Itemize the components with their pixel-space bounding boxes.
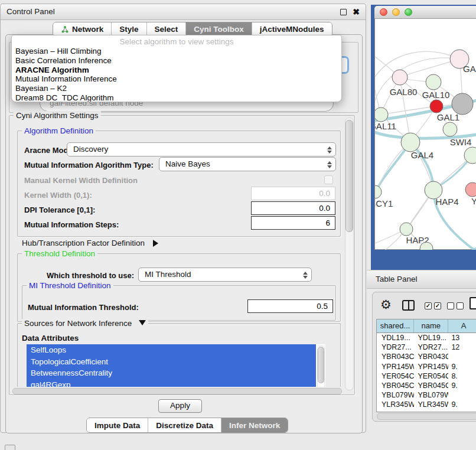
which-threshold-value: MI Threshold <box>145 270 191 279</box>
attributes-scrollbar-thumb[interactable] <box>318 347 324 383</box>
table-row[interactable]: YDR27...YDR27...12 <box>377 343 476 352</box>
aracne-mode-value: Discovery <box>73 145 108 154</box>
table-hscrollbar[interactable] <box>377 413 476 420</box>
mi-steps-field[interactable]: 6 <box>251 216 335 230</box>
attribute-item-topologicalcoefficient[interactable]: TopologicalCoefficient <box>27 356 316 368</box>
table-cell: YBL079W <box>414 390 448 400</box>
hub-definition-toggle[interactable]: Hub/Transcription Factor Definition <box>22 239 158 247</box>
table-cell: YIL052C <box>377 410 414 413</box>
network-node-gal1[interactable] <box>430 100 443 113</box>
table-row[interactable]: YER054CYER054C8. <box>377 371 476 381</box>
data-attributes-label: Data Attributes <box>22 334 79 343</box>
dropdown-item-basic-correlation-inference[interactable]: Basic Correlation Inference <box>12 56 341 66</box>
network-node-swi4[interactable] <box>443 122 457 136</box>
table-row[interactable]: YPR145WYPR145W9. <box>377 362 476 371</box>
table-cell: YPR145W <box>377 362 414 371</box>
table-row[interactable]: YBR045CYBR045C9. <box>377 381 476 390</box>
table-cell: YER054C <box>377 371 414 381</box>
minimized-window-icon[interactable] <box>5 445 15 450</box>
zoom-traffic-light-icon[interactable] <box>405 8 412 16</box>
tab-label: Style <box>119 25 138 34</box>
deselect-checkbox-1-icon[interactable] <box>447 302 454 309</box>
node-label-gal80: GAL80 <box>390 87 418 97</box>
sources-toggle[interactable]: Sources for Network Inference <box>22 319 148 328</box>
mi-threshold-field[interactable]: 0.5 <box>247 299 333 313</box>
table-cell: YLR345W <box>377 400 414 409</box>
tab-label: Select <box>155 25 178 34</box>
sources-label: Sources for Network Inference <box>24 319 132 328</box>
tab-impute-data[interactable]: Impute Data <box>87 418 148 432</box>
attribute-item-selfloops[interactable]: SelfLoops <box>27 344 316 356</box>
dropdown-item-mutual-information-inference[interactable]: Mutual Information Inference <box>12 74 341 84</box>
dpi-tolerance-field[interactable]: 0.0 <box>251 201 335 215</box>
select-all-checkbox-1-icon[interactable]: ✓ <box>425 302 432 309</box>
table-row[interactable]: YLR345WYLR345W9. <box>377 400 476 409</box>
deselect-checkbox-2-icon[interactable] <box>457 302 464 309</box>
table-cell: YDR27... <box>414 343 448 352</box>
node-table[interactable]: shared...nameA YDL19...YDL19...13YDR27..… <box>376 319 476 412</box>
tab-cyni-toolbox[interactable]: Cyni Toolbox <box>186 22 252 36</box>
node-label-swi4: SWI4 <box>450 137 472 147</box>
column-header-shared-[interactable]: shared... <box>377 319 414 332</box>
table-row[interactable]: YBR043CYBR043C <box>377 352 476 361</box>
tab-select[interactable]: Select <box>147 22 187 36</box>
dpi-tolerance-label: DPI Tolerance [0,1]: <box>24 206 95 214</box>
dropdown-placeholder: Select algorithm to view settings <box>12 37 341 47</box>
dropdown-item-bayesian-k2[interactable]: Bayesian – K2 <box>12 84 341 93</box>
network-node-gal80[interactable] <box>392 70 407 85</box>
network-node[interactable] <box>452 93 473 115</box>
close-traffic-light-icon[interactable] <box>380 8 387 16</box>
table-row[interactable]: YBL079WYBL079W <box>377 390 476 400</box>
algorithm-definition-label: Algorithm Definition <box>22 126 96 135</box>
control-panel-window: Control Panel ✖ NetworkStyleSelectCyni T… <box>0 4 366 433</box>
apply-button[interactable]: Apply <box>158 399 202 413</box>
spinner-arrows-icon <box>326 145 332 155</box>
node-label-y: Y <box>471 196 476 206</box>
mi-type-combobox[interactable]: Naive Bayes <box>159 157 336 171</box>
column-header-a[interactable]: A <box>448 319 476 332</box>
which-threshold-combobox[interactable]: MI Threshold <box>138 268 312 282</box>
column-header-name[interactable]: name <box>414 319 448 332</box>
attribute-item-betweennesscentrality[interactable]: BetweennessCentrality <box>27 367 316 379</box>
network-node-y[interactable] <box>465 182 476 197</box>
mi-type-value: Naive Bayes <box>165 159 210 168</box>
columns-icon[interactable] <box>402 300 415 311</box>
table-cell: YER054C <box>414 371 448 381</box>
manual-kernel-checkbox[interactable] <box>324 175 333 184</box>
network-node-gal11[interactable] <box>375 107 388 122</box>
tab-network[interactable]: Network <box>53 22 112 36</box>
tab-discretize-data[interactable]: Discretize Data <box>148 418 221 432</box>
tab-style[interactable]: Style <box>112 22 146 36</box>
settings-hscrollbar-thumb[interactable] <box>12 388 342 394</box>
network-node-gal10[interactable] <box>426 74 441 90</box>
manual-kernel-label: Manual Kernel Width Definition <box>24 176 138 185</box>
hub-definition-label: Hub/Transcription Factor Definition <box>22 239 145 247</box>
aracne-mode-combobox[interactable]: Discovery <box>67 142 336 156</box>
select-all-checkbox-2-icon[interactable]: ✓ <box>434 302 441 309</box>
network-node-gal4[interactable] <box>401 133 420 152</box>
dropdown-item-aracne-algorithm[interactable]: ARACNE Algorithm <box>12 66 341 75</box>
node-label-gal4: GAL4 <box>411 150 433 160</box>
kernel-width-field[interactable]: 0.0 <box>251 187 335 200</box>
data-attributes-list[interactable]: SelfLoopsTopologicalCoefficientBetweenne… <box>27 344 325 392</box>
close-icon[interactable]: ✖ <box>353 8 360 15</box>
gear-icon[interactable]: ⚙ <box>380 298 392 312</box>
table-body: YDL19...YDL19...13YDR27...YDR27...12YBR0… <box>377 333 476 412</box>
tab-infer-network[interactable]: Infer Network <box>221 418 288 432</box>
dropdown-item-bayesian-hill-climbing[interactable]: Bayesian – Hill Climbing <box>12 47 341 56</box>
tab-jactivemnodules[interactable]: jActiveMNodules <box>252 22 332 36</box>
file-icon[interactable] <box>470 297 476 309</box>
float-window-icon[interactable] <box>340 9 347 15</box>
table-panel-title: Table Panel <box>376 275 418 283</box>
network-node-gcy1[interactable] <box>375 185 382 198</box>
table-hscrollbar-thumb[interactable] <box>377 413 476 420</box>
minimize-traffic-light-icon[interactable] <box>392 8 400 16</box>
bottom-tabs: Impute DataDiscretize DataInfer Network <box>86 418 288 433</box>
dropdown-item-dream8-dc-tdc-algorithm[interactable]: Dream8 DC_TDC Algorithm <box>12 93 341 102</box>
network-node-hap2[interactable] <box>400 223 413 236</box>
settings-scrollbar-thumb[interactable] <box>345 120 353 232</box>
table-panel-titlebar: Table Panel <box>367 270 476 289</box>
table-row[interactable]: YIL052CYIL052C9 <box>377 410 476 413</box>
network-graph[interactable]: GALGAL80GAL10GAL1GAL11SWI4GAL4GCY1HAP4YH… <box>375 19 476 250</box>
table-row[interactable]: YDL19...YDL19...13 <box>377 333 476 343</box>
